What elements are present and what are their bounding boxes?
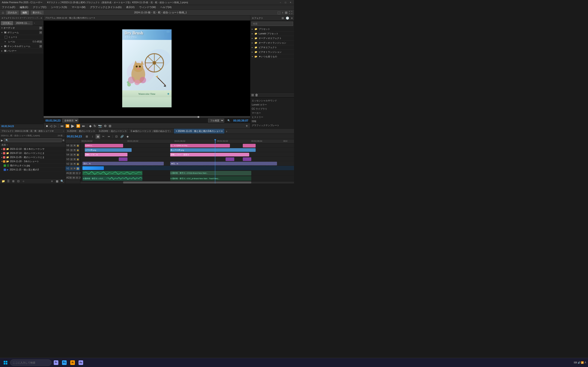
skip-forward-button[interactable]: ⏭ bbox=[82, 124, 86, 128]
add-clip-button[interactable]: + bbox=[245, 124, 248, 128]
project-item-2[interactable]: ▸ 📁 2024-11-05・舵のシーケンスとま bbox=[0, 155, 65, 159]
project-item-1[interactable]: ▸ 📁 2024-07-10・花のシーケンスとま bbox=[0, 151, 65, 155]
search-button[interactable]: 🔍 bbox=[60, 179, 64, 183]
project-item-4[interactable]: 🖼 猫のサムネイル.jpg bbox=[0, 164, 65, 168]
source-tab-add[interactable]: › bbox=[34, 22, 35, 24]
project-mode-icon[interactable]: ▶ bbox=[1, 139, 3, 142]
v4-toggle[interactable]: ⊡ bbox=[70, 153, 73, 156]
a1-clip-1[interactable] bbox=[82, 171, 142, 175]
play-button[interactable]: ▶ bbox=[71, 123, 75, 128]
a1-m[interactable]: M bbox=[72, 172, 75, 175]
close-button[interactable]: × bbox=[289, 1, 292, 4]
tl-slip[interactable]: ⇔ bbox=[107, 134, 111, 139]
menu-clip[interactable]: クリップ(C) bbox=[32, 5, 47, 9]
lumetri-preset-category[interactable]: ▸ 📁 Lumetri プリセット bbox=[250, 31, 294, 36]
new-bin-button[interactable]: 📁 bbox=[1, 179, 6, 183]
v3-lock[interactable]: 🔒 bbox=[77, 158, 79, 161]
project-filter-icon[interactable]: ⊞ bbox=[62, 139, 64, 142]
a2-s[interactable]: S bbox=[76, 176, 78, 179]
menu-sequence[interactable]: シーケンス(S) bbox=[50, 5, 68, 9]
menu-marker[interactable]: マーカー(M) bbox=[71, 5, 86, 9]
timeline-tab-1[interactable]: 0-2024年・花のシーケンス bbox=[97, 129, 129, 134]
project-btn-3[interactable]: ⊡ bbox=[16, 179, 21, 183]
a1-clip-2[interactable]: 6-最終画・青空タンポポ(A Brand New Start... bbox=[170, 171, 251, 175]
edit-button[interactable]: 編集 bbox=[21, 10, 29, 15]
video-transitions-category[interactable]: ▸ 📁 ビデオトランジション bbox=[250, 50, 294, 54]
v2-toggle[interactable]: ⊡ bbox=[70, 163, 73, 165]
v2-clip-long2[interactable]: ★完... fx bbox=[170, 162, 277, 165]
display-mode-select[interactable]: 全体表示 50% 100% bbox=[62, 119, 78, 123]
timeline-tab-expand[interactable]: › bbox=[225, 129, 229, 133]
freeform-button[interactable]: ○ bbox=[21, 179, 26, 183]
source-tab-2[interactable]: 2024年-11-15... bbox=[14, 21, 33, 25]
effects-panel-icon-3[interactable]: ≡ bbox=[291, 17, 293, 20]
cc-library-link[interactable]: CC ライブラリ bbox=[252, 107, 293, 111]
v2-clip-long[interactable]: 花の... fx bbox=[82, 162, 164, 165]
v1-eye[interactable]: 👁 bbox=[73, 167, 76, 170]
skip-back-button[interactable]: ⏮ bbox=[60, 124, 64, 128]
v2-lock[interactable]: 🔒 bbox=[77, 163, 79, 165]
mark-in-button[interactable]: ◁ bbox=[49, 124, 52, 128]
v6-eye[interactable]: 👁 bbox=[73, 144, 76, 147]
timeline-tab-3[interactable]: × 2024年-11-15・猫と花と舵の3本のショー ≡ bbox=[174, 129, 225, 134]
v3-clip-3[interactable] bbox=[243, 157, 251, 161]
v1-lock[interactable]: 🔒 bbox=[77, 167, 79, 170]
v5-lock[interactable]: 🔒 bbox=[77, 149, 79, 152]
safe-margins-button[interactable]: ⊞ bbox=[108, 124, 112, 128]
v4-clip-2[interactable]: 調整レイヤー・延長 fx bbox=[170, 153, 249, 156]
tl-snap[interactable]: ⊡ bbox=[114, 134, 119, 139]
add-marker-button[interactable]: ◆ bbox=[89, 124, 92, 128]
magnifier-icon[interactable]: 🔍 bbox=[227, 119, 230, 122]
history-link[interactable]: ヒストリー bbox=[252, 115, 293, 119]
tl-razor[interactable]: ✂ bbox=[101, 134, 106, 139]
timeline-timecode[interactable]: 00;01;54;23 bbox=[67, 135, 82, 138]
effects-panel-icon-1[interactable]: ⊞ bbox=[282, 17, 284, 20]
menu-window[interactable]: ウィンドウ(W) bbox=[138, 5, 157, 9]
tl-add-track[interactable]: ⊞ bbox=[85, 134, 89, 139]
v3-toggle[interactable]: ⊡ bbox=[70, 158, 73, 161]
timeline-tab-2[interactable]: 0-★猫のシーケンス（場面の組み立て） bbox=[129, 129, 174, 134]
v5-eye[interactable]: 👁 bbox=[73, 149, 76, 152]
panel-menu-icon[interactable]: ≡ bbox=[41, 17, 42, 19]
read-button[interactable]: 読み込み bbox=[6, 10, 19, 15]
menu-graphics[interactable]: グラフィックとタイトル(G) bbox=[89, 5, 122, 9]
source-tab-1[interactable]: ソース... bbox=[1, 21, 13, 25]
audio-reset-icon[interactable]: ↺ bbox=[39, 27, 42, 29]
step-forward-button[interactable]: ⏩ bbox=[76, 124, 81, 128]
home-icon[interactable]: ⌂ bbox=[2, 10, 4, 15]
v6-clip-3[interactable] bbox=[243, 144, 256, 148]
v6-lock[interactable]: 🔒 bbox=[77, 144, 79, 147]
favorites-category[interactable]: ▾ 📂 ▼いつも使うもの bbox=[250, 54, 294, 59]
preset-category[interactable]: ▸ 📁 プリセット bbox=[250, 27, 294, 31]
marker-link[interactable]: マーカー bbox=[252, 111, 293, 115]
v6-clip-1[interactable]: 4)Wet-o... bbox=[85, 144, 123, 148]
stop-button[interactable]: ■ bbox=[45, 124, 48, 128]
minimize-button[interactable]: － bbox=[279, 1, 282, 4]
monitor-current-timecode[interactable]: 00;01;54;23 bbox=[45, 119, 61, 122]
monitor-progress-handle[interactable] bbox=[198, 116, 199, 118]
v3-clip-1[interactable] bbox=[119, 157, 127, 161]
mark-out-button[interactable]: ▷ bbox=[53, 124, 57, 128]
volume-reset-button[interactable]: ↺ bbox=[39, 31, 42, 34]
v1-toggle[interactable]: ⊡ bbox=[70, 167, 73, 170]
effects-panel-icon-2[interactable]: 🕐 bbox=[286, 17, 289, 20]
fullscreen-icon[interactable]: ⛶ bbox=[289, 11, 292, 15]
timeline-scrollbar[interactable] bbox=[80, 181, 294, 184]
essential-sound-link[interactable]: エッセンシャルサウンド bbox=[252, 99, 293, 103]
a2-toggle[interactable]: ⊡ bbox=[69, 176, 72, 179]
level-reset-button[interactable]: ↺ bbox=[39, 40, 42, 43]
project-item-5[interactable]: ▶ 2024-11-15・猫と花と舵の3 bbox=[0, 168, 65, 172]
maximize-button[interactable]: □ bbox=[284, 1, 287, 4]
v4-lock[interactable]: 🔒 bbox=[77, 153, 79, 156]
a1-s[interactable]: S bbox=[76, 172, 78, 175]
effects-search-input[interactable] bbox=[251, 22, 293, 26]
timeline-tab-0[interactable]: 0-2024年・舵のシーケンス bbox=[65, 129, 97, 134]
v5-toggle[interactable]: ⊡ bbox=[70, 149, 73, 152]
camera-button[interactable]: 📷 bbox=[98, 124, 103, 128]
v6-toggle[interactable]: ⊡ bbox=[70, 144, 73, 147]
timeline-scrollbar-thumb[interactable] bbox=[123, 181, 251, 184]
v1-clip[interactable] bbox=[82, 166, 104, 170]
settings-button[interactable]: ⚙ bbox=[103, 124, 107, 128]
project-item-0[interactable]: ▸ 📁 2023-12-10・猫２本のシーケンサ bbox=[0, 147, 65, 151]
a2-m[interactable]: M bbox=[72, 176, 75, 179]
